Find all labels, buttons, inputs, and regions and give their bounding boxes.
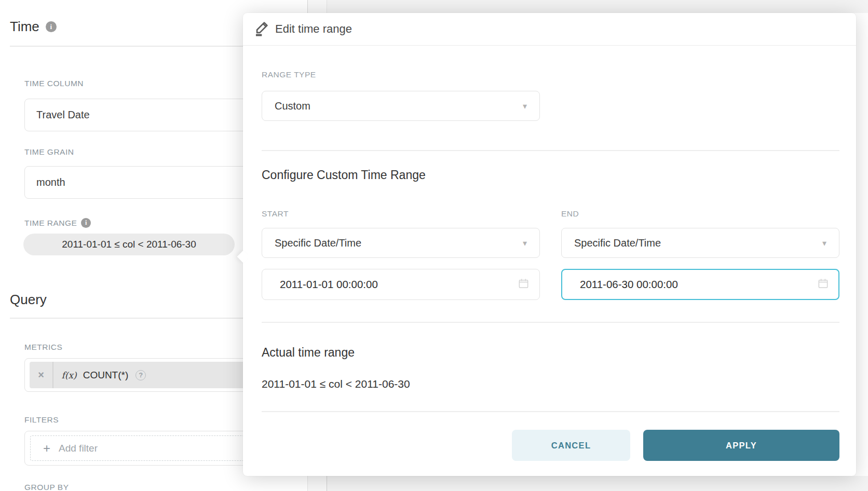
popover-title: Edit time range: [275, 22, 352, 36]
filters-label: FILTERS: [24, 415, 59, 425]
range-type-select[interactable]: Custom ▾: [262, 91, 540, 121]
chevron-down-icon: ▾: [523, 101, 527, 111]
question-circle-icon[interactable]: ?: [135, 370, 146, 380]
chip-separator: [52, 362, 53, 388]
apply-button[interactable]: APPLY: [643, 430, 839, 461]
cancel-button[interactable]: CANCEL: [512, 430, 630, 461]
metrics-label: METRICS: [24, 343, 62, 352]
section-divider: [262, 150, 839, 151]
function-icon: f(x): [62, 370, 77, 380]
time-section-title: Time i: [10, 19, 57, 35]
configure-heading: Configure Custom Time Range: [262, 168, 426, 182]
remove-metric-icon[interactable]: ×: [30, 369, 52, 381]
range-type-value: Custom: [275, 100, 310, 112]
time-range-label: TIME RANGE i: [24, 218, 91, 228]
info-icon[interactable]: i: [46, 21, 57, 32]
start-mode-select[interactable]: Specific Date/Time ▾: [262, 228, 540, 258]
panel-gutter-top: [307, 0, 327, 13]
edit-time-range-popover: Edit time range RANGE TYPE Custom ▾ Conf…: [243, 13, 856, 476]
start-date-field: [262, 269, 540, 300]
group-by-label: GROUP BY: [24, 483, 69, 491]
time-section-title-text: Time: [10, 19, 39, 35]
actual-range-value: 2011-01-01 ≤ col < 2011-06-30: [262, 378, 410, 390]
range-type-label: RANGE TYPE: [262, 70, 316, 79]
chevron-down-icon: ▾: [523, 238, 527, 248]
query-section-title-text: Query: [10, 292, 47, 308]
chart-area-background-top: [307, 0, 868, 13]
time-grain-label: TIME GRAIN: [24, 147, 74, 157]
time-grain-value: month: [36, 176, 65, 188]
chart-area-background-bottom: [307, 476, 868, 491]
start-date-input[interactable]: [262, 269, 540, 300]
time-range-pill[interactable]: 2011-01-01 ≤ col < 2011-06-30: [23, 234, 235, 255]
actual-range-heading: Actual time range: [262, 346, 355, 360]
explore-view: Time i TIME COLUMN Travel Date TIME GRAI…: [0, 0, 868, 491]
chevron-down-icon: ▾: [822, 238, 826, 248]
popover-arrow: [237, 250, 249, 263]
panel-gutter-bottom: [307, 476, 327, 491]
time-column-label: TIME COLUMN: [24, 79, 84, 88]
add-filter-placeholder: Add filter: [59, 443, 98, 454]
info-icon[interactable]: i: [81, 218, 91, 228]
plus-icon: +: [43, 442, 50, 455]
end-date-field: [561, 269, 839, 300]
start-label: START: [262, 209, 289, 219]
query-section-title: Query: [10, 292, 47, 308]
metric-name: COUNT(*): [83, 370, 129, 381]
edit-pencil-icon: [253, 19, 271, 39]
section-divider: [262, 322, 839, 323]
end-date-input[interactable]: [561, 269, 839, 300]
end-mode-select[interactable]: Specific Date/Time ▾: [561, 228, 839, 258]
end-mode-value: Specific Date/Time: [574, 237, 661, 249]
start-mode-value: Specific Date/Time: [275, 237, 361, 249]
popover-header: Edit time range: [243, 13, 856, 46]
footer-divider: [262, 411, 839, 412]
time-column-value: Travel Date: [36, 109, 90, 121]
end-label: END: [561, 209, 579, 219]
